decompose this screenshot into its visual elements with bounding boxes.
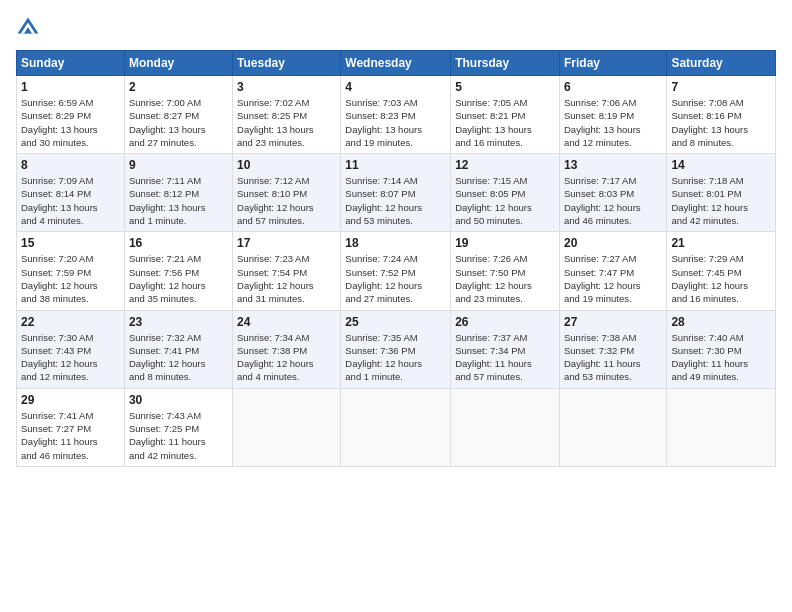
day-detail: Sunrise: 7:21 AMSunset: 7:56 PMDaylight:… bbox=[129, 252, 228, 305]
calendar-cell: 23Sunrise: 7:32 AMSunset: 7:41 PMDayligh… bbox=[124, 310, 232, 388]
calendar-cell: 9Sunrise: 7:11 AMSunset: 8:12 PMDaylight… bbox=[124, 154, 232, 232]
day-number: 10 bbox=[237, 158, 336, 172]
calendar-cell: 8Sunrise: 7:09 AMSunset: 8:14 PMDaylight… bbox=[17, 154, 125, 232]
day-number: 2 bbox=[129, 80, 228, 94]
calendar-cell: 28Sunrise: 7:40 AMSunset: 7:30 PMDayligh… bbox=[667, 310, 776, 388]
weekday-header-row: SundayMondayTuesdayWednesdayThursdayFrid… bbox=[17, 51, 776, 76]
day-number: 7 bbox=[671, 80, 771, 94]
day-detail: Sunrise: 7:34 AMSunset: 7:38 PMDaylight:… bbox=[237, 331, 336, 384]
day-number: 16 bbox=[129, 236, 228, 250]
calendar-cell: 17Sunrise: 7:23 AMSunset: 7:54 PMDayligh… bbox=[233, 232, 341, 310]
day-detail: Sunrise: 6:59 AMSunset: 8:29 PMDaylight:… bbox=[21, 96, 120, 149]
day-detail: Sunrise: 7:11 AMSunset: 8:12 PMDaylight:… bbox=[129, 174, 228, 227]
calendar-cell bbox=[667, 388, 776, 466]
day-number: 8 bbox=[21, 158, 120, 172]
week-row-1: 1Sunrise: 6:59 AMSunset: 8:29 PMDaylight… bbox=[17, 76, 776, 154]
day-detail: Sunrise: 7:08 AMSunset: 8:16 PMDaylight:… bbox=[671, 96, 771, 149]
day-number: 21 bbox=[671, 236, 771, 250]
day-detail: Sunrise: 7:40 AMSunset: 7:30 PMDaylight:… bbox=[671, 331, 771, 384]
calendar-cell: 25Sunrise: 7:35 AMSunset: 7:36 PMDayligh… bbox=[341, 310, 451, 388]
day-number: 20 bbox=[564, 236, 662, 250]
day-number: 9 bbox=[129, 158, 228, 172]
day-detail: Sunrise: 7:15 AMSunset: 8:05 PMDaylight:… bbox=[455, 174, 555, 227]
calendar-body: 1Sunrise: 6:59 AMSunset: 8:29 PMDaylight… bbox=[17, 76, 776, 467]
day-detail: Sunrise: 7:30 AMSunset: 7:43 PMDaylight:… bbox=[21, 331, 120, 384]
calendar-cell: 20Sunrise: 7:27 AMSunset: 7:47 PMDayligh… bbox=[559, 232, 666, 310]
day-detail: Sunrise: 7:14 AMSunset: 8:07 PMDaylight:… bbox=[345, 174, 446, 227]
day-number: 12 bbox=[455, 158, 555, 172]
day-number: 18 bbox=[345, 236, 446, 250]
calendar-cell: 30Sunrise: 7:43 AMSunset: 7:25 PMDayligh… bbox=[124, 388, 232, 466]
calendar-cell: 6Sunrise: 7:06 AMSunset: 8:19 PMDaylight… bbox=[559, 76, 666, 154]
day-detail: Sunrise: 7:23 AMSunset: 7:54 PMDaylight:… bbox=[237, 252, 336, 305]
day-number: 5 bbox=[455, 80, 555, 94]
day-detail: Sunrise: 7:12 AMSunset: 8:10 PMDaylight:… bbox=[237, 174, 336, 227]
day-detail: Sunrise: 7:00 AMSunset: 8:27 PMDaylight:… bbox=[129, 96, 228, 149]
weekday-header-monday: Monday bbox=[124, 51, 232, 76]
day-detail: Sunrise: 7:43 AMSunset: 7:25 PMDaylight:… bbox=[129, 409, 228, 462]
day-detail: Sunrise: 7:18 AMSunset: 8:01 PMDaylight:… bbox=[671, 174, 771, 227]
day-detail: Sunrise: 7:35 AMSunset: 7:36 PMDaylight:… bbox=[345, 331, 446, 384]
day-detail: Sunrise: 7:26 AMSunset: 7:50 PMDaylight:… bbox=[455, 252, 555, 305]
day-detail: Sunrise: 7:17 AMSunset: 8:03 PMDaylight:… bbox=[564, 174, 662, 227]
calendar-cell: 4Sunrise: 7:03 AMSunset: 8:23 PMDaylight… bbox=[341, 76, 451, 154]
calendar-cell bbox=[341, 388, 451, 466]
logo bbox=[16, 16, 44, 40]
calendar-cell: 1Sunrise: 6:59 AMSunset: 8:29 PMDaylight… bbox=[17, 76, 125, 154]
day-number: 23 bbox=[129, 315, 228, 329]
day-detail: Sunrise: 7:06 AMSunset: 8:19 PMDaylight:… bbox=[564, 96, 662, 149]
day-detail: Sunrise: 7:24 AMSunset: 7:52 PMDaylight:… bbox=[345, 252, 446, 305]
week-row-4: 22Sunrise: 7:30 AMSunset: 7:43 PMDayligh… bbox=[17, 310, 776, 388]
day-number: 14 bbox=[671, 158, 771, 172]
calendar-cell: 26Sunrise: 7:37 AMSunset: 7:34 PMDayligh… bbox=[451, 310, 560, 388]
day-detail: Sunrise: 7:29 AMSunset: 7:45 PMDaylight:… bbox=[671, 252, 771, 305]
calendar-cell: 21Sunrise: 7:29 AMSunset: 7:45 PMDayligh… bbox=[667, 232, 776, 310]
day-number: 22 bbox=[21, 315, 120, 329]
calendar-cell: 10Sunrise: 7:12 AMSunset: 8:10 PMDayligh… bbox=[233, 154, 341, 232]
weekday-header-friday: Friday bbox=[559, 51, 666, 76]
calendar-cell: 14Sunrise: 7:18 AMSunset: 8:01 PMDayligh… bbox=[667, 154, 776, 232]
day-number: 17 bbox=[237, 236, 336, 250]
calendar-table: SundayMondayTuesdayWednesdayThursdayFrid… bbox=[16, 50, 776, 467]
calendar-cell: 22Sunrise: 7:30 AMSunset: 7:43 PMDayligh… bbox=[17, 310, 125, 388]
calendar-cell: 15Sunrise: 7:20 AMSunset: 7:59 PMDayligh… bbox=[17, 232, 125, 310]
weekday-header-tuesday: Tuesday bbox=[233, 51, 341, 76]
day-detail: Sunrise: 7:20 AMSunset: 7:59 PMDaylight:… bbox=[21, 252, 120, 305]
day-detail: Sunrise: 7:38 AMSunset: 7:32 PMDaylight:… bbox=[564, 331, 662, 384]
page-container: SundayMondayTuesdayWednesdayThursdayFrid… bbox=[0, 0, 792, 475]
day-detail: Sunrise: 7:02 AMSunset: 8:25 PMDaylight:… bbox=[237, 96, 336, 149]
day-number: 30 bbox=[129, 393, 228, 407]
week-row-2: 8Sunrise: 7:09 AMSunset: 8:14 PMDaylight… bbox=[17, 154, 776, 232]
calendar-cell: 2Sunrise: 7:00 AMSunset: 8:27 PMDaylight… bbox=[124, 76, 232, 154]
day-number: 6 bbox=[564, 80, 662, 94]
day-number: 3 bbox=[237, 80, 336, 94]
weekday-header-sunday: Sunday bbox=[17, 51, 125, 76]
calendar-cell: 3Sunrise: 7:02 AMSunset: 8:25 PMDaylight… bbox=[233, 76, 341, 154]
day-detail: Sunrise: 7:41 AMSunset: 7:27 PMDaylight:… bbox=[21, 409, 120, 462]
calendar-cell: 11Sunrise: 7:14 AMSunset: 8:07 PMDayligh… bbox=[341, 154, 451, 232]
calendar-cell: 18Sunrise: 7:24 AMSunset: 7:52 PMDayligh… bbox=[341, 232, 451, 310]
day-number: 19 bbox=[455, 236, 555, 250]
weekday-header-saturday: Saturday bbox=[667, 51, 776, 76]
calendar-cell bbox=[233, 388, 341, 466]
day-number: 28 bbox=[671, 315, 771, 329]
day-detail: Sunrise: 7:09 AMSunset: 8:14 PMDaylight:… bbox=[21, 174, 120, 227]
day-number: 26 bbox=[455, 315, 555, 329]
week-row-5: 29Sunrise: 7:41 AMSunset: 7:27 PMDayligh… bbox=[17, 388, 776, 466]
calendar-cell: 29Sunrise: 7:41 AMSunset: 7:27 PMDayligh… bbox=[17, 388, 125, 466]
calendar-cell: 7Sunrise: 7:08 AMSunset: 8:16 PMDaylight… bbox=[667, 76, 776, 154]
day-number: 27 bbox=[564, 315, 662, 329]
calendar-cell: 5Sunrise: 7:05 AMSunset: 8:21 PMDaylight… bbox=[451, 76, 560, 154]
day-number: 15 bbox=[21, 236, 120, 250]
day-number: 25 bbox=[345, 315, 446, 329]
day-number: 1 bbox=[21, 80, 120, 94]
day-number: 11 bbox=[345, 158, 446, 172]
page-header bbox=[16, 16, 776, 40]
calendar-cell: 16Sunrise: 7:21 AMSunset: 7:56 PMDayligh… bbox=[124, 232, 232, 310]
day-detail: Sunrise: 7:27 AMSunset: 7:47 PMDaylight:… bbox=[564, 252, 662, 305]
day-detail: Sunrise: 7:37 AMSunset: 7:34 PMDaylight:… bbox=[455, 331, 555, 384]
weekday-header-thursday: Thursday bbox=[451, 51, 560, 76]
calendar-cell: 12Sunrise: 7:15 AMSunset: 8:05 PMDayligh… bbox=[451, 154, 560, 232]
day-detail: Sunrise: 7:05 AMSunset: 8:21 PMDaylight:… bbox=[455, 96, 555, 149]
calendar-cell bbox=[451, 388, 560, 466]
